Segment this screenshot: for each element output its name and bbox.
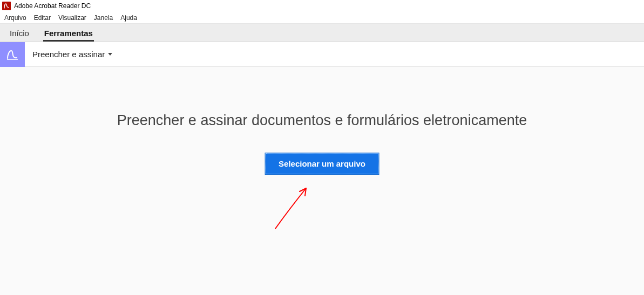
acrobat-app-icon (2, 2, 11, 10)
tab-ferramentas[interactable]: Ferramentas (43, 25, 94, 42)
menu-janela[interactable]: Janela (94, 14, 113, 22)
select-file-button[interactable]: Selecionar um arquivo (265, 153, 379, 174)
menu-bar: Arquivo Editar Visualizar Janela Ajuda (0, 12, 644, 24)
tool-row: Preencher e assinar (0, 42, 644, 67)
menu-ajuda[interactable]: Ajuda (120, 14, 137, 22)
fill-sign-dropdown[interactable]: Preencher e assinar (25, 50, 112, 59)
menu-arquivo[interactable]: Arquivo (4, 14, 26, 22)
title-bar: Adobe Acrobat Reader DC (0, 0, 644, 12)
fill-sign-dropdown-label: Preencher e assinar (32, 50, 105, 59)
chevron-down-icon (108, 53, 112, 56)
content-area: Preencher e assinar documentos e formulá… (0, 67, 644, 295)
menu-visualizar[interactable]: Visualizar (58, 14, 86, 22)
tabs-bar: Início Ferramentas (0, 24, 644, 42)
menu-editar[interactable]: Editar (34, 14, 51, 22)
fill-sign-icon[interactable] (0, 42, 25, 67)
tab-inicio[interactable]: Início (9, 25, 30, 42)
app-title: Adobe Acrobat Reader DC (14, 2, 91, 10)
annotation-arrow-icon (267, 177, 327, 237)
page-heading: Preencher e assinar documentos e formulá… (0, 112, 644, 129)
